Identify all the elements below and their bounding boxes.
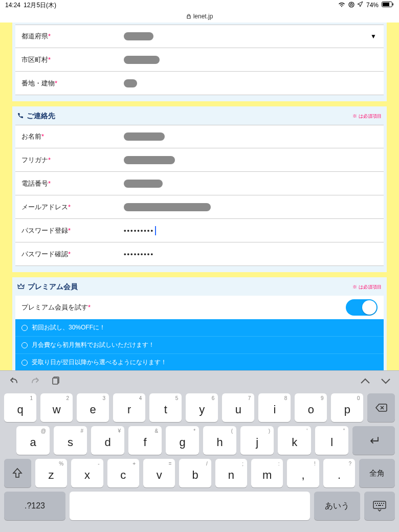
text-cursor <box>155 226 156 235</box>
svg-rect-13 <box>378 505 381 506</box>
premium-section: プレミアム会員 ※ は必須項目 プレミアム会員を試す* 初回お試し、30%OFF… <box>12 277 387 370</box>
required-star: * <box>55 79 57 87</box>
key-x[interactable]: -x <box>71 459 103 487</box>
shift-key[interactable] <box>4 459 31 487</box>
key-,[interactable]: !, <box>287 459 319 487</box>
key-o[interactable]: 9o <box>295 393 327 422</box>
key-v[interactable]: =v <box>143 459 175 487</box>
key-d[interactable]: ¥d <box>91 426 124 455</box>
return-key[interactable] <box>352 426 395 455</box>
field-label: お名前 <box>21 132 41 140</box>
benefit-item: 月会費なら初月無料でお試しいただけます！ <box>15 337 384 354</box>
keyboard: 1q2w3e4r5t6y7u8i9o0p @a#s¥d&f*g(h)j'k"l … <box>0 370 399 532</box>
svg-rect-2 <box>383 3 389 6</box>
key-space[interactable] <box>70 492 310 520</box>
contact-row-1[interactable]: フリガナ* <box>15 148 384 172</box>
key-n[interactable]: ;n <box>215 459 247 487</box>
status-bar: 14:24 12月5日(木) 74% <box>0 0 399 10</box>
battery-icon <box>382 2 394 9</box>
key-a[interactable]: @a <box>16 426 50 455</box>
next-field-icon[interactable] <box>381 375 391 387</box>
lock-icon <box>186 14 191 19</box>
premium-toggle[interactable] <box>346 299 378 316</box>
wifi-icon <box>338 2 345 9</box>
key-numsym[interactable]: .?123 <box>4 492 65 520</box>
bullet-circle-icon <box>21 342 28 348</box>
key-m[interactable]: :m <box>251 459 283 487</box>
key-t[interactable]: 5t <box>149 393 182 422</box>
key-w[interactable]: 2w <box>40 393 73 422</box>
backspace-key[interactable] <box>367 393 395 422</box>
required-star: * <box>48 32 51 40</box>
status-date: 12月5日(木) <box>24 1 56 10</box>
premium-title: プレミアム会員 <box>28 282 78 292</box>
hide-keyboard-icon[interactable] <box>364 492 395 520</box>
svg-rect-14 <box>382 505 383 506</box>
orientation-lock-icon <box>348 2 354 9</box>
premium-try-label: プレミアム会員を試す <box>21 303 88 311</box>
key-z[interactable]: %z <box>35 459 67 487</box>
benefit-item: 初回お試し、30%OFFに！ <box>15 319 384 337</box>
svg-rect-12 <box>376 505 377 506</box>
key-.[interactable]: ?. <box>323 459 355 487</box>
location-icon <box>358 2 363 9</box>
zenkaku-key[interactable]: 全角 <box>359 459 395 487</box>
contact-row-3[interactable]: メールアドレス* <box>15 195 384 219</box>
address-row-2[interactable]: 番地・建物* <box>15 72 384 95</box>
address-row-0[interactable]: 都道府県*▼ <box>15 25 384 48</box>
contact-section: ご連絡先 ※ は必須項目 お名前*フリガナ*電話番号*メールアドレス*パスワード… <box>12 106 387 272</box>
svg-rect-7 <box>375 503 376 504</box>
required-note: ※ は必須項目 <box>352 284 382 291</box>
required-star: * <box>41 132 44 140</box>
svg-rect-10 <box>381 503 382 504</box>
key-r[interactable]: 4r <box>113 393 145 422</box>
svg-rect-5 <box>53 378 58 384</box>
key-q[interactable]: 1q <box>4 393 36 422</box>
contact-row-5[interactable]: パスワード確認*••••••••• <box>15 242 384 266</box>
benefit-text: 月会費なら初月無料でお試しいただけます！ <box>32 341 154 349</box>
svg-rect-11 <box>383 503 384 504</box>
key-j[interactable]: )j <box>240 426 274 455</box>
field-label: パスワード登録 <box>21 227 68 234</box>
key-i[interactable]: 8i <box>258 393 291 422</box>
key-aiu[interactable]: あいう <box>314 492 360 520</box>
required-star: * <box>68 203 71 211</box>
required-star: * <box>48 156 51 164</box>
url-bar[interactable]: lenet.jp <box>0 10 399 23</box>
undo-icon[interactable] <box>8 375 19 387</box>
battery-pct: 74% <box>366 2 379 9</box>
key-f[interactable]: &f <box>128 426 162 455</box>
bullet-circle-icon <box>21 360 28 366</box>
contact-row-4[interactable]: パスワード登録*••••••••• <box>15 219 384 242</box>
key-l[interactable]: "l <box>315 426 348 455</box>
clipboard-icon[interactable] <box>51 375 60 387</box>
chevron-down-icon: ▼ <box>370 33 376 40</box>
svg-rect-9 <box>379 503 380 504</box>
redacted-value <box>124 132 165 141</box>
key-b[interactable]: /b <box>179 459 211 487</box>
prev-field-icon[interactable] <box>360 375 370 387</box>
required-star: * <box>48 56 51 63</box>
key-e[interactable]: 3e <box>77 393 109 422</box>
redacted-value <box>124 56 160 64</box>
redacted-value <box>124 180 163 188</box>
required-star: * <box>48 180 51 187</box>
redacted-value <box>124 32 153 40</box>
contact-row-0[interactable]: お名前* <box>15 125 384 148</box>
key-s[interactable]: #s <box>54 426 87 455</box>
address-row-1[interactable]: 市区町村* <box>15 48 384 72</box>
benefit-text: 初回お試し、30%OFFに！ <box>32 323 105 332</box>
key-u[interactable]: 7u <box>222 393 254 422</box>
key-y[interactable]: 6y <box>186 393 218 422</box>
status-time: 14:24 <box>5 2 20 9</box>
field-label: 都道府県 <box>21 32 48 40</box>
key-k[interactable]: 'k <box>278 426 311 455</box>
password-dots: ••••••••• <box>124 250 154 258</box>
key-c[interactable]: +c <box>107 459 139 487</box>
key-h[interactable]: (h <box>203 426 236 455</box>
key-g[interactable]: *g <box>166 426 199 455</box>
contact-row-2[interactable]: 電話番号* <box>15 172 384 195</box>
redo-icon[interactable] <box>30 375 41 387</box>
required-star: * <box>68 250 71 258</box>
key-p[interactable]: 0p <box>331 393 363 422</box>
